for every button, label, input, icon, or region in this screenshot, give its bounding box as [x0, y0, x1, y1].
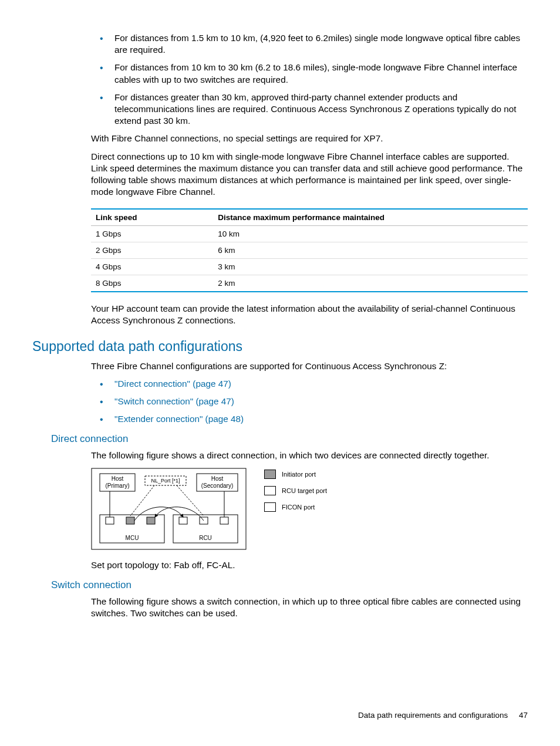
table-row: 8 Gbps 2 km — [91, 275, 528, 292]
switch-connection-link[interactable]: "Switch connection" (page 47) — [114, 396, 234, 406]
diagram-legend: Initiator port RCU target port FICON por… — [264, 470, 327, 519]
config-link-item: "Switch connection" (page 47) — [91, 396, 528, 407]
legend-label: FICON port — [282, 504, 315, 511]
rcu-target-port-icon — [264, 486, 276, 495]
svg-rect-18 — [220, 517, 228, 524]
account-team-paragraph: Your HP account team can provide the lat… — [91, 303, 528, 326]
link-speed-table: Link speed Distance maximum performance … — [91, 208, 528, 292]
config-link-item: "Direct connection" (page 47) — [91, 378, 528, 390]
legend-label: RCU target port — [282, 487, 327, 494]
port-topology-paragraph: Set port topology to: Fab off, FC-AL. — [91, 559, 528, 571]
cell-link-speed: 8 Gbps — [91, 275, 213, 292]
legend-label: Initiator port — [282, 471, 316, 478]
table-row: 1 Gbps 10 km — [91, 226, 528, 242]
ficon-port-icon — [264, 502, 276, 512]
cell-link-speed: 4 Gbps — [91, 259, 213, 275]
direct-connection-heading: Direct connection — [51, 433, 528, 445]
intro-bullet: For distances greater than 30 km, approv… — [91, 92, 528, 127]
intro-section: For distances from 1.5 km to 10 km, (4,9… — [91, 32, 528, 327]
svg-text:MCU: MCU — [126, 535, 139, 541]
supported-configs-heading: Supported data path configurations — [32, 339, 528, 355]
fc-paragraph: With Fibre Channel connections, no speci… — [91, 133, 528, 144]
configs-body: Three Fibre Channel configurations are s… — [91, 360, 528, 426]
svg-text:(Secondary): (Secondary) — [201, 482, 233, 489]
intro-bullet-list: For distances from 1.5 km to 10 km, (4,9… — [91, 32, 528, 127]
svg-rect-13 — [106, 517, 114, 524]
svg-text:NL_Port [*1]: NL_Port [*1] — [151, 478, 180, 484]
page: For distances from 1.5 km to 10 km, (4,9… — [0, 0, 560, 746]
svg-text:Host: Host — [211, 475, 224, 482]
svg-text:(Primary): (Primary) — [105, 482, 129, 489]
switch-body: The following figure shows a switch conn… — [91, 596, 528, 619]
switch-figure-paragraph: The following figure shows a switch conn… — [91, 596, 528, 619]
three-configs-paragraph: Three Fibre Channel configurations are s… — [91, 360, 528, 372]
page-footer: Data path requirements and configuration… — [358, 711, 528, 720]
config-link-item: "Extender connection" (page 48) — [91, 413, 528, 425]
svg-rect-14 — [126, 517, 134, 524]
legend-item-initiator: Initiator port — [264, 470, 327, 479]
direct-connections-paragraph: Direct connections up to 10 km with sing… — [91, 151, 528, 198]
svg-text:Host: Host — [112, 475, 124, 482]
svg-rect-16 — [179, 517, 187, 524]
port-topology-body: Set port topology to: Fab off, FC-AL. — [91, 559, 528, 571]
svg-rect-15 — [147, 517, 155, 524]
direct-connection-diagram: Host (Primary) Host (Secondary) NL_Port … — [91, 468, 528, 550]
footer-page-number: 47 — [519, 711, 528, 720]
intro-bullet: For distances from 10 km to 30 km (6.2 t… — [91, 62, 528, 85]
table-row: 2 Gbps 6 km — [91, 242, 528, 259]
extender-connection-link[interactable]: "Extender connection" (page 48) — [114, 414, 244, 424]
intro-bullet: For distances from 1.5 km to 10 km, (4,9… — [91, 32, 528, 56]
footer-section-title: Data path requirements and configuration… — [358, 711, 508, 720]
table-row: 4 Gbps 3 km — [91, 259, 528, 275]
legend-item-ficon: FICON port — [264, 502, 327, 512]
cell-distance: 6 km — [213, 242, 528, 259]
topology-diagram-svg: Host (Primary) Host (Secondary) NL_Port … — [91, 468, 247, 550]
legend-item-rcu: RCU target port — [264, 486, 327, 495]
direct-body: The following figure shows a direct conn… — [91, 450, 528, 461]
svg-text:RCU: RCU — [199, 535, 212, 541]
cell-distance: 2 km — [213, 275, 528, 292]
cell-distance: 3 km — [213, 259, 528, 275]
cell-link-speed: 2 Gbps — [91, 242, 213, 259]
cell-link-speed: 1 Gbps — [91, 226, 213, 242]
direct-figure-paragraph: The following figure shows a direct conn… — [91, 450, 528, 461]
initiator-port-icon — [264, 470, 276, 479]
table-header-link-speed: Link speed — [91, 209, 213, 226]
direct-connection-link[interactable]: "Direct connection" (page 47) — [114, 379, 231, 389]
switch-connection-heading: Switch connection — [51, 579, 528, 591]
table-header-distance: Distance maximum performance maintained — [213, 209, 528, 226]
config-link-list: "Direct connection" (page 47) "Switch co… — [91, 378, 528, 426]
cell-distance: 10 km — [213, 226, 528, 242]
